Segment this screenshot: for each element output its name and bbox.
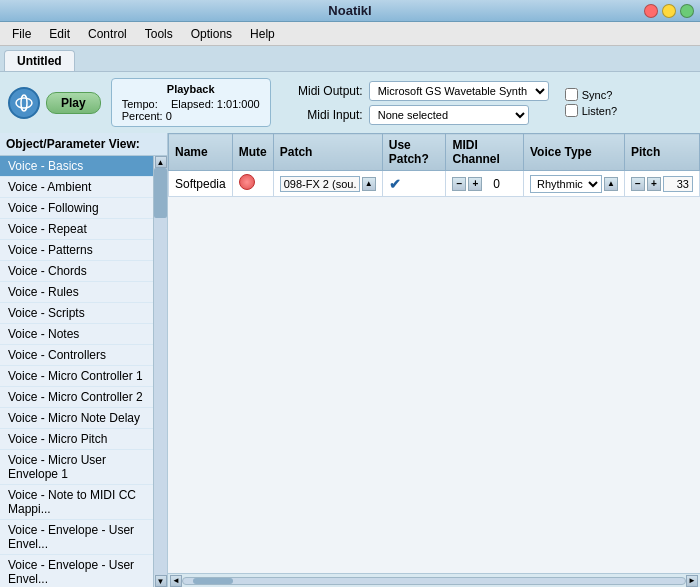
sidebar-item-12[interactable]: Voice - Micro Note Delay (0, 408, 153, 429)
listen-checkbox[interactable] (565, 104, 578, 117)
sidebar-item-8[interactable]: Voice - Notes (0, 324, 153, 345)
window-controls (644, 4, 694, 18)
col-name: Name (169, 134, 233, 171)
logo-icon (8, 87, 40, 119)
midi-output-select[interactable]: Microsoft GS Wavetable Synth (369, 81, 549, 101)
sidebar-item-9[interactable]: Voice - Controllers (0, 345, 153, 366)
menu-edit[interactable]: Edit (41, 25, 78, 43)
window-title: Noatikl (328, 3, 371, 18)
channel-control: − + 0 (452, 177, 517, 191)
sync-listen-area: Sync? Listen? (565, 88, 617, 117)
patch-cell: ▲ (280, 176, 376, 192)
sync-checkbox[interactable] (565, 88, 578, 101)
channel-plus[interactable]: + (468, 177, 482, 191)
sidebar-item-1[interactable]: Voice - Ambient (0, 177, 153, 198)
menu-control[interactable]: Control (80, 25, 135, 43)
pitch-cell: − + (631, 176, 693, 192)
sidebar-scrollbar: ▲ ▼ (153, 156, 167, 587)
col-voicetype: Voice Type (523, 134, 624, 171)
pitch-input[interactable] (663, 176, 693, 192)
cell-name: Softpedia (169, 171, 233, 197)
scroll-right[interactable]: ► (686, 575, 698, 587)
sidebar-item-5[interactable]: Voice - Chords (0, 261, 153, 282)
sidebar-item-13[interactable]: Voice - Micro Pitch (0, 429, 153, 450)
scroll-left[interactable]: ◄ (170, 575, 182, 587)
col-midichannel: MIDI Channel (446, 134, 524, 171)
voice-type-select[interactable]: Rhythmic (530, 175, 602, 193)
tab-bar: Untitled (0, 46, 700, 72)
sidebar-scroll-down[interactable]: ▼ (155, 575, 167, 587)
cell-pitch: − + (624, 171, 699, 197)
sidebar-item-7[interactable]: Voice - Scripts (0, 303, 153, 324)
content-area: Object/Parameter View: Voice - Basics Vo… (0, 133, 700, 587)
cell-voicetype: Rhythmic ▲ (523, 171, 624, 197)
playback-title: Playback (122, 83, 260, 95)
sidebar-item-11[interactable]: Voice - Micro Controller 2 (0, 387, 153, 408)
cell-usepatch: ✔ (382, 171, 446, 197)
main-content: Name Mute Patch Use Patch? MIDI Channel … (168, 133, 700, 587)
sidebar-item-6[interactable]: Voice - Rules (0, 282, 153, 303)
table-row: Softpedia ▲ ✔ (169, 171, 700, 197)
maximize-button[interactable] (680, 4, 694, 18)
menu-file[interactable]: File (4, 25, 39, 43)
midi-output-row: Midi Output: Microsoft GS Wavetable Synt… (291, 81, 549, 101)
scroll-thumb (193, 578, 233, 584)
midi-input-select[interactable]: None selected (369, 105, 529, 125)
sidebar-item-10[interactable]: Voice - Micro Controller 1 (0, 366, 153, 387)
cell-patch: ▲ (273, 171, 382, 197)
voice-table: Name Mute Patch Use Patch? MIDI Channel … (168, 133, 700, 197)
play-button[interactable]: Play (46, 92, 101, 114)
pitch-plus[interactable]: + (647, 177, 661, 191)
logo-area: Play (8, 87, 101, 119)
sidebar-list: Voice - Basics Voice - Ambient Voice - F… (0, 156, 153, 587)
col-usepatch: Use Patch? (382, 134, 446, 171)
playback-row-2: Percent: 0 (122, 110, 260, 122)
pitch-minus[interactable]: − (631, 177, 645, 191)
sidebar-item-16[interactable]: Voice - Envelope - User Envel... (0, 520, 153, 555)
listen-row: Listen? (565, 104, 617, 117)
sync-row: Sync? (565, 88, 617, 101)
listen-label: Listen? (582, 105, 617, 117)
table-container: Name Mute Patch Use Patch? MIDI Channel … (168, 133, 700, 573)
sidebar-with-scroll: Voice - Basics Voice - Ambient Voice - F… (0, 156, 167, 587)
cell-midichannel: − + 0 (446, 171, 524, 197)
tempo-label: Tempo: (122, 98, 158, 110)
midi-input-label: Midi Input: (291, 108, 363, 122)
voice-type-cell: Rhythmic ▲ (530, 175, 618, 193)
sidebar-item-3[interactable]: Voice - Repeat (0, 219, 153, 240)
col-patch: Patch (273, 134, 382, 171)
sidebar-scroll-up[interactable]: ▲ (155, 156, 167, 168)
top-controls: Play Playback Tempo: Elapsed: 1:01:000 P… (0, 72, 700, 133)
playback-box: Playback Tempo: Elapsed: 1:01:000 Percen… (111, 78, 271, 127)
close-button[interactable] (644, 4, 658, 18)
title-bar: Noatikl (0, 0, 700, 22)
scroll-track[interactable] (182, 577, 686, 585)
main-area: Play Playback Tempo: Elapsed: 1:01:000 P… (0, 72, 700, 587)
patch-arrow-up[interactable]: ▲ (362, 177, 376, 191)
elapsed-value: Elapsed: 1:01:000 (171, 98, 260, 110)
channel-value: 0 (484, 177, 508, 191)
mute-button[interactable] (239, 174, 255, 190)
cell-mute (232, 171, 273, 197)
use-patch-check: ✔ (389, 176, 401, 192)
sidebar-item-4[interactable]: Voice - Patterns (0, 240, 153, 261)
patch-input[interactable] (280, 176, 360, 192)
sidebar-item-17[interactable]: Voice - Envelope - User Envel... (0, 555, 153, 587)
sidebar-item-2[interactable]: Voice - Following (0, 198, 153, 219)
menu-options[interactable]: Options (183, 25, 240, 43)
tab-untitled[interactable]: Untitled (4, 50, 75, 71)
menu-help[interactable]: Help (242, 25, 283, 43)
svg-point-0 (16, 98, 32, 108)
sidebar-item-14[interactable]: Voice - Micro User Envelope 1 (0, 450, 153, 485)
col-mute: Mute (232, 134, 273, 171)
minimize-button[interactable] (662, 4, 676, 18)
menu-tools[interactable]: Tools (137, 25, 181, 43)
sidebar: Object/Parameter View: Voice - Basics Vo… (0, 133, 168, 587)
sidebar-title: Object/Parameter View: (0, 133, 167, 156)
channel-minus[interactable]: − (452, 177, 466, 191)
sidebar-item-15[interactable]: Voice - Note to MIDI CC Mappi... (0, 485, 153, 520)
horizontal-scrollbar: ◄ ► (168, 573, 700, 587)
voice-type-arrow[interactable]: ▲ (604, 177, 618, 191)
sidebar-item-0[interactable]: Voice - Basics (0, 156, 153, 177)
midi-section: Midi Output: Microsoft GS Wavetable Synt… (291, 81, 549, 125)
